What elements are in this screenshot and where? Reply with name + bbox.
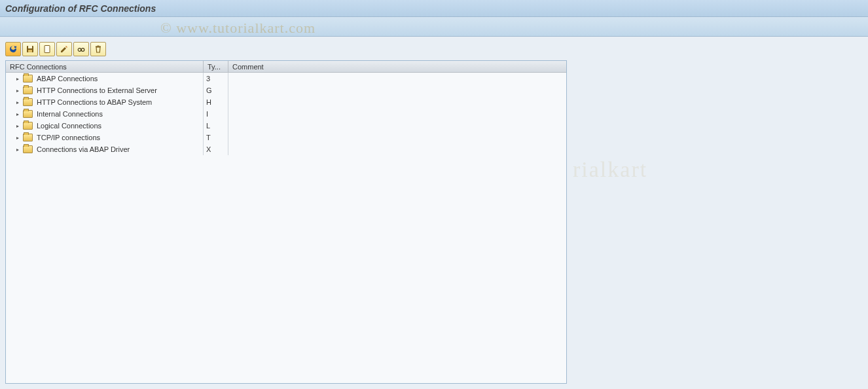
folder-icon: [23, 122, 33, 130]
glasses-icon: [77, 45, 86, 54]
document-icon: [43, 45, 52, 54]
tree-row[interactable]: ▸ Logical Connections L: [6, 120, 566, 132]
tree-row[interactable]: ▸ HTTP Connections to ABAP System H: [6, 96, 566, 108]
tree-body: ▸ ABAP Connections 3 ▸ HTTP Connections …: [6, 73, 566, 383]
expand-icon[interactable]: ▸: [15, 88, 20, 93]
content-area: RFC Connections Ty... Comment ▸ ABAP Con…: [0, 37, 868, 389]
tree-node-label: Internal Connections: [37, 110, 103, 118]
folder-icon: [23, 145, 33, 153]
column-header-name[interactable]: RFC Connections: [6, 61, 204, 72]
tree-node-type: G: [204, 84, 228, 96]
tree-row[interactable]: ▸ ABAP Connections 3: [6, 73, 566, 84]
delete-button[interactable]: [90, 42, 106, 56]
display-button[interactable]: [73, 42, 89, 56]
tree-node-comment: [228, 84, 566, 96]
tree-node-label: TCP/IP connections: [37, 134, 100, 141]
tree-node-type: H: [204, 96, 228, 108]
svg-point-4: [78, 48, 81, 52]
folder-icon: [23, 86, 33, 94]
tree-row[interactable]: ▸ TCP/IP connections T: [6, 132, 566, 143]
refresh-button[interactable]: [5, 42, 21, 56]
tree-node-comment: [228, 73, 566, 84]
expand-icon[interactable]: ▸: [15, 76, 20, 81]
expand-icon[interactable]: ▸: [15, 147, 20, 152]
tree-node-comment: [228, 132, 566, 143]
tree-node-comment: [228, 96, 566, 108]
edit-button[interactable]: [56, 42, 72, 56]
window-title: Configuration of RFC Connections: [5, 3, 156, 14]
rfc-tree-panel: RFC Connections Ty... Comment ▸ ABAP Con…: [5, 60, 567, 384]
expand-icon[interactable]: ▸: [15, 111, 20, 117]
tree-toolbar: [5, 42, 863, 56]
tree-node-type: X: [204, 143, 228, 155]
create-button[interactable]: [39, 42, 55, 56]
svg-rect-1: [28, 46, 32, 48]
tree-node-label: Connections via ABAP Driver: [37, 145, 130, 153]
window-title-bar: Configuration of RFC Connections: [0, 0, 868, 17]
tree-row[interactable]: ▸ Connections via ABAP Driver X: [6, 143, 566, 155]
column-header-comment[interactable]: Comment: [228, 61, 566, 72]
tree-node-type: I: [204, 108, 228, 120]
tree-node-comment: [228, 120, 566, 132]
tree-node-label: Logical Connections: [37, 122, 101, 130]
tree-node-label: HTTP Connections to ABAP System: [37, 98, 152, 106]
folder-icon: [23, 134, 33, 141]
expand-icon[interactable]: ▸: [15, 100, 20, 105]
tree-node-comment: [228, 143, 566, 155]
tree-node-comment: [228, 108, 566, 120]
svg-rect-3: [45, 46, 50, 53]
folder-icon: [23, 110, 33, 118]
tree-row[interactable]: ▸ Internal Connections I: [6, 108, 566, 120]
save-button[interactable]: [22, 42, 38, 56]
save-icon: [26, 45, 35, 54]
trash-icon: [94, 45, 103, 54]
tree-node-label: ABAP Connections: [37, 75, 98, 83]
svg-rect-7: [98, 46, 99, 46]
application-toolbar-spacer: [0, 17, 868, 37]
expand-icon[interactable]: ▸: [15, 135, 20, 140]
column-header-type[interactable]: Ty...: [204, 61, 228, 72]
tree-node-type: 3: [204, 73, 228, 84]
svg-rect-6: [96, 46, 101, 48]
tree-row[interactable]: ▸ HTTP Connections to External Server G: [6, 84, 566, 96]
expand-icon[interactable]: ▸: [15, 123, 20, 128]
folder-icon: [23, 98, 33, 106]
pencil-icon: [60, 45, 69, 54]
refresh-icon: [9, 45, 18, 54]
svg-point-5: [81, 48, 84, 52]
tree-node-type: L: [204, 120, 228, 132]
svg-rect-2: [28, 50, 32, 52]
tree-node-label: HTTP Connections to External Server: [37, 86, 157, 94]
tree-node-type: T: [204, 132, 228, 143]
tree-header-row: RFC Connections Ty... Comment: [6, 61, 566, 73]
folder-icon: [23, 75, 33, 83]
